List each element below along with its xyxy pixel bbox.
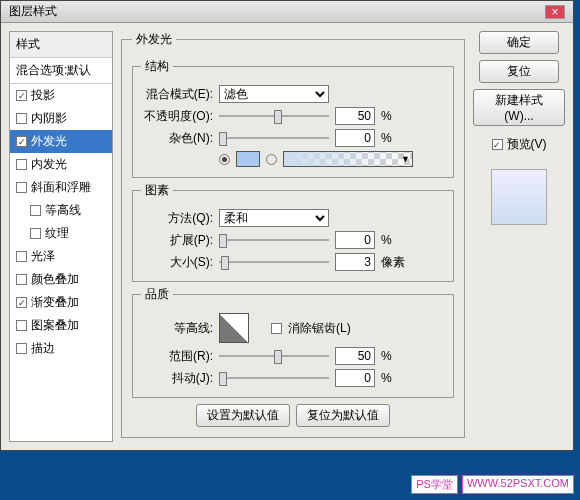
sidebar-item-9[interactable]: 渐变叠加 [10,291,112,314]
noise-input[interactable] [335,129,375,147]
range-input[interactable] [335,347,375,365]
opacity-input[interactable] [335,107,375,125]
opacity-slider[interactable] [219,108,329,124]
spread-label: 扩展(P): [141,232,213,249]
sidebar-checkbox[interactable] [16,297,27,308]
sidebar-checkbox[interactable] [16,251,27,262]
range-slider[interactable] [219,348,329,364]
size-input[interactable] [335,253,375,271]
sidebar-item-1[interactable]: 内阴影 [10,107,112,130]
sidebar-item-label: 内发光 [31,156,67,173]
spread-input[interactable] [335,231,375,249]
styles-sidebar: 样式 混合选项:默认 投影内阴影外发光内发光斜面和浮雕等高线纹理光泽颜色叠加渐变… [9,31,113,442]
noise-label: 杂色(N): [141,130,213,147]
noise-unit: % [381,131,392,145]
sidebar-checkbox[interactable] [30,228,41,239]
contour-label: 等高线: [141,320,213,337]
jitter-label: 抖动(J): [141,370,213,387]
sidebar-checkbox[interactable] [30,205,41,216]
sidebar-checkbox[interactable] [16,274,27,285]
sidebar-item-6[interactable]: 纹理 [10,222,112,245]
sidebar-item-0[interactable]: 投影 [10,84,112,107]
sidebar-checkbox[interactable] [16,159,27,170]
sidebar-item-label: 渐变叠加 [31,294,79,311]
close-icon[interactable]: × [545,5,565,19]
jitter-input[interactable] [335,369,375,387]
window-title: 图层样式 [9,3,57,20]
panel-title: 外发光 [132,31,176,48]
ok-button[interactable]: 确定 [479,31,559,54]
range-label: 范围(R): [141,348,213,365]
gradient-radio[interactable] [266,154,277,165]
cancel-button[interactable]: 复位 [479,60,559,83]
opacity-label: 不透明度(O): [141,108,213,125]
sidebar-item-8[interactable]: 颜色叠加 [10,268,112,291]
preview-label: 预览(V) [507,136,547,153]
sidebar-item-label: 颜色叠加 [31,271,79,288]
size-label: 大小(S): [141,254,213,271]
sidebar-item-label: 等高线 [45,202,81,219]
size-slider[interactable] [219,254,329,270]
structure-group: 结构 混合模式(E): 滤色 不透明度(O): % 杂色(N): [132,58,454,178]
sidebar-item-label: 外发光 [31,133,67,150]
sidebar-sub[interactable]: 混合选项:默认 [10,58,112,84]
method-select[interactable]: 柔和 [219,209,329,227]
spread-slider[interactable] [219,232,329,248]
sidebar-item-11[interactable]: 描边 [10,337,112,360]
quality-legend: 品质 [141,286,173,303]
set-default-button[interactable]: 设置为默认值 [196,404,290,427]
blend-mode-select[interactable]: 滤色 [219,85,329,103]
sidebar-item-label: 光泽 [31,248,55,265]
jitter-unit: % [381,371,392,385]
gradient-picker[interactable] [283,151,413,167]
sidebar-checkbox[interactable] [16,90,27,101]
sidebar-item-label: 描边 [31,340,55,357]
sidebar-item-10[interactable]: 图案叠加 [10,314,112,337]
color-radio[interactable] [219,154,230,165]
spread-unit: % [381,233,392,247]
size-unit: 像素 [381,254,405,271]
quality-group: 品质 等高线: 消除锯齿(L) 范围(R): % [132,286,454,398]
watermark: PS学堂 WWW.52PSXT.COM [411,475,574,494]
contour-picker[interactable] [219,313,249,343]
sidebar-item-4[interactable]: 斜面和浮雕 [10,176,112,199]
anti-alias-checkbox[interactable] [271,323,282,334]
method-label: 方法(Q): [141,210,213,227]
elements-group: 图素 方法(Q): 柔和 扩展(P): % 大小(S): [132,182,454,282]
sidebar-checkbox[interactable] [16,136,27,147]
sidebar-item-2[interactable]: 外发光 [10,130,112,153]
blend-mode-label: 混合模式(E): [141,86,213,103]
sidebar-checkbox[interactable] [16,113,27,124]
sidebar-header: 样式 [10,32,112,58]
new-style-button[interactable]: 新建样式(W)... [473,89,565,126]
elements-legend: 图素 [141,182,173,199]
anti-alias-label: 消除锯齿(L) [288,320,351,337]
dialog-window: 图层样式 × 样式 混合选项:默认 投影内阴影外发光内发光斜面和浮雕等高线纹理光… [0,0,574,451]
jitter-slider[interactable] [219,370,329,386]
reset-default-button[interactable]: 复位为默认值 [296,404,390,427]
sidebar-item-5[interactable]: 等高线 [10,199,112,222]
sidebar-item-3[interactable]: 内发光 [10,153,112,176]
structure-legend: 结构 [141,58,173,75]
preview-checkbox[interactable] [492,139,503,150]
opacity-unit: % [381,109,392,123]
sidebar-checkbox[interactable] [16,182,27,193]
sidebar-item-label: 图案叠加 [31,317,79,334]
outer-glow-panel: 外发光 结构 混合模式(E): 滤色 不透明度(O): % 杂色(N): [121,31,465,438]
noise-slider[interactable] [219,130,329,146]
sidebar-checkbox[interactable] [16,343,27,354]
sidebar-item-label: 斜面和浮雕 [31,179,91,196]
sidebar-item-label: 内阴影 [31,110,67,127]
color-swatch[interactable] [236,151,260,167]
sidebar-checkbox[interactable] [16,320,27,331]
preview-swatch [491,169,547,225]
sidebar-item-7[interactable]: 光泽 [10,245,112,268]
sidebar-item-label: 投影 [31,87,55,104]
sidebar-item-label: 纹理 [45,225,69,242]
titlebar: 图层样式 × [1,1,573,23]
range-unit: % [381,349,392,363]
